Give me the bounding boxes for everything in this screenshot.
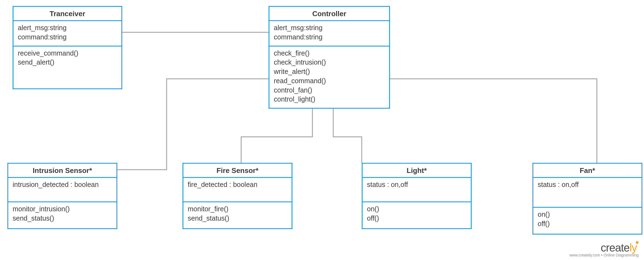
op-row: monitor_intrusion() — [13, 204, 112, 214]
class-operations: receive_command() send_alert() — [13, 47, 121, 89]
class-fire-sensor: Fire Sensor* fire_detected : boolean mon… — [183, 163, 292, 229]
attr-row: fire_detected : boolean — [188, 180, 287, 189]
class-title: Light* — [363, 164, 471, 178]
class-title: Fire Sensor* — [183, 164, 292, 178]
attr-row: command:string — [274, 33, 385, 42]
class-tranceiver: Tranceiver alert_msg:string command:stri… — [13, 6, 122, 89]
logo-text-left: create — [601, 242, 629, 254]
class-title: Fan* — [533, 164, 642, 178]
attr-row: intrusion_detected : boolean — [13, 180, 112, 189]
creately-branding: creately www.creately.com • Online Diagr… — [569, 242, 639, 257]
attr-row: status : on,off — [367, 180, 466, 189]
op-row: send_alert() — [18, 58, 117, 67]
op-row: control_fan() — [274, 86, 385, 95]
attr-row: command:string — [18, 33, 117, 42]
class-title: Tranceiver — [13, 7, 121, 21]
op-row: write_alert() — [274, 67, 385, 76]
class-operations: on() off() — [533, 208, 642, 234]
op-row: read_command() — [274, 76, 385, 86]
class-operations: on() off() — [363, 202, 471, 229]
creately-logo: creately — [569, 242, 639, 254]
op-row: check_intrusion() — [274, 58, 385, 67]
class-attributes: status : on,off — [533, 178, 642, 208]
class-intrusion-sensor: Intrusion Sensor* intrusion_detected : b… — [7, 163, 117, 229]
op-row: on() — [367, 204, 466, 214]
class-operations: check_fire() check_intrusion() write_ale… — [269, 47, 389, 108]
attr-row: alert_msg:string — [18, 23, 117, 33]
op-row: receive_command() — [18, 49, 117, 58]
class-attributes: alert_msg:string command:string — [13, 21, 121, 47]
op-row: off() — [367, 214, 466, 223]
creately-subtitle: www.creately.com • Online Diagramming — [569, 253, 639, 257]
class-light: Light* status : on,off on() off() — [362, 163, 472, 229]
attr-row: alert_msg:string — [274, 23, 385, 33]
class-title: Controller — [269, 7, 389, 21]
bulb-icon — [636, 241, 639, 244]
class-attributes: intrusion_detected : boolean — [8, 178, 116, 202]
op-row: send_status() — [13, 214, 112, 223]
op-row: on() — [538, 210, 637, 219]
op-row: check_fire() — [274, 49, 385, 58]
op-row: send_status() — [188, 214, 287, 223]
class-title: Intrusion Sensor* — [8, 164, 116, 178]
op-row: control_light() — [274, 95, 385, 104]
op-row: off() — [538, 219, 637, 229]
class-controller: Controller alert_msg:string command:stri… — [269, 6, 390, 109]
class-fan: Fan* status : on,off on() off() — [532, 163, 642, 235]
attr-row: status : on,off — [538, 180, 637, 189]
class-attributes: fire_detected : boolean — [183, 178, 292, 202]
class-operations: monitor_intrusion() send_status() — [8, 202, 116, 229]
class-attributes: status : on,off — [363, 178, 471, 202]
op-row: monitor_fire() — [188, 204, 287, 214]
class-operations: monitor_fire() send_status() — [183, 202, 292, 229]
logo-text-right: ly — [629, 242, 637, 254]
class-attributes: alert_msg:string command:string — [269, 21, 389, 47]
